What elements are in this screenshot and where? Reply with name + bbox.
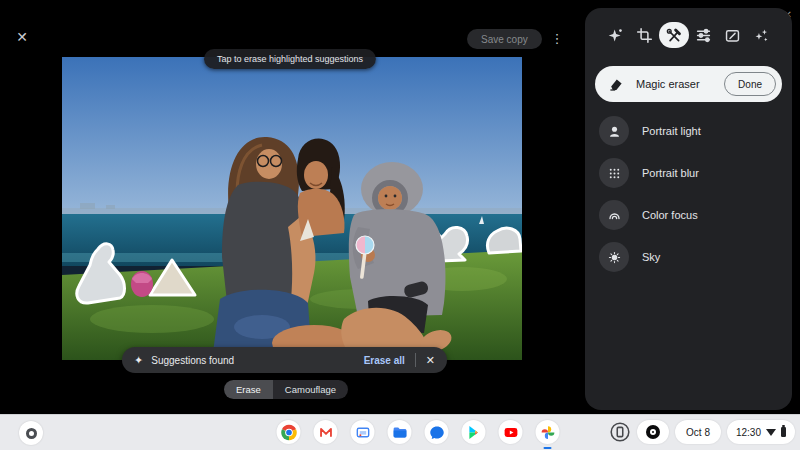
sky-icon <box>599 242 629 272</box>
play-store-icon[interactable] <box>462 420 486 444</box>
google-photos-icon[interactable] <box>536 420 560 444</box>
messages-icon[interactable] <box>425 420 449 444</box>
erase-tooltip: Tap to erase highlighted suggestions <box>204 49 376 69</box>
active-app-indicator <box>544 447 552 450</box>
suggestions-icon[interactable] <box>601 22 630 48</box>
status-tray[interactable]: 12:30 <box>727 420 795 444</box>
system-tray: Oct 8 12:30 <box>609 420 795 444</box>
tool-row-color-focus[interactable]: Color focus <box>585 194 792 236</box>
suggestions-toast: ✦ Suggestions found Erase all ✕ <box>122 347 447 373</box>
photo-canvas[interactable] <box>62 57 522 360</box>
toast-close-icon[interactable]: ✕ <box>416 354 435 367</box>
filters-icon[interactable] <box>747 22 776 48</box>
mode-toggle: Erase Camouflage <box>224 380 348 399</box>
save-copy-button[interactable]: Save copy <box>467 29 542 49</box>
screen-record-button[interactable] <box>637 420 669 444</box>
wifi-icon <box>766 429 776 436</box>
color-focus-icon <box>599 200 629 230</box>
battery-icon <box>781 427 786 437</box>
phone-hub-icon[interactable] <box>609 421 631 443</box>
editor-tab-row <box>585 8 792 48</box>
tool-row-portrait-blur[interactable]: Portrait blur <box>585 152 792 194</box>
more-menu-button[interactable]: ⋮ <box>549 29 565 49</box>
date-label: Oct 8 <box>686 427 710 438</box>
editor-close-button[interactable]: ✕ <box>13 28 31 46</box>
magic-eraser-card[interactable]: Magic eraser Done <box>595 66 782 102</box>
tool-row-portrait-light[interactable]: Portrait light <box>585 110 792 152</box>
tool-list: Portrait light Portrait blur <box>585 110 792 278</box>
chrome-icon[interactable] <box>277 420 301 444</box>
erase-all-button[interactable]: Erase all <box>354 355 415 366</box>
chromeos-screen: ✕ Save copy ⋮ ✕ <box>0 0 800 450</box>
portrait-light-icon <box>599 116 629 146</box>
date-pill[interactable]: Oct 8 <box>675 420 721 444</box>
screencast-icon[interactable] <box>351 420 375 444</box>
shelf: Oct 8 12:30 <box>0 414 800 450</box>
portrait-blur-icon <box>599 158 629 188</box>
tools-icon[interactable] <box>659 22 688 48</box>
eraser-icon <box>608 76 624 92</box>
youtube-icon[interactable] <box>499 420 523 444</box>
time-label: 12:30 <box>736 427 761 438</box>
adjust-icon[interactable] <box>689 22 718 48</box>
markup-icon[interactable] <box>718 22 747 48</box>
launcher-button[interactable] <box>19 421 43 445</box>
erase-mode-button[interactable]: Erase <box>224 380 273 399</box>
gmail-icon[interactable] <box>314 420 338 444</box>
sparkle-icon: ✦ <box>134 354 143 367</box>
tool-row-sky[interactable]: Sky <box>585 236 792 278</box>
record-icon <box>646 425 660 439</box>
toast-text: Suggestions found <box>151 355 353 366</box>
shelf-apps <box>277 420 560 444</box>
photo-scene <box>62 57 522 360</box>
pink-bag <box>131 271 153 297</box>
files-icon[interactable] <box>388 420 412 444</box>
magic-eraser-label: Magic eraser <box>636 78 724 90</box>
launcher-icon <box>26 428 37 439</box>
done-button[interactable]: Done <box>724 72 776 96</box>
edit-tools-panel: Magic eraser Done Portrait light Portr <box>585 8 792 410</box>
crop-rotate-icon[interactable] <box>630 22 659 48</box>
camouflage-mode-button[interactable]: Camouflage <box>273 380 348 399</box>
